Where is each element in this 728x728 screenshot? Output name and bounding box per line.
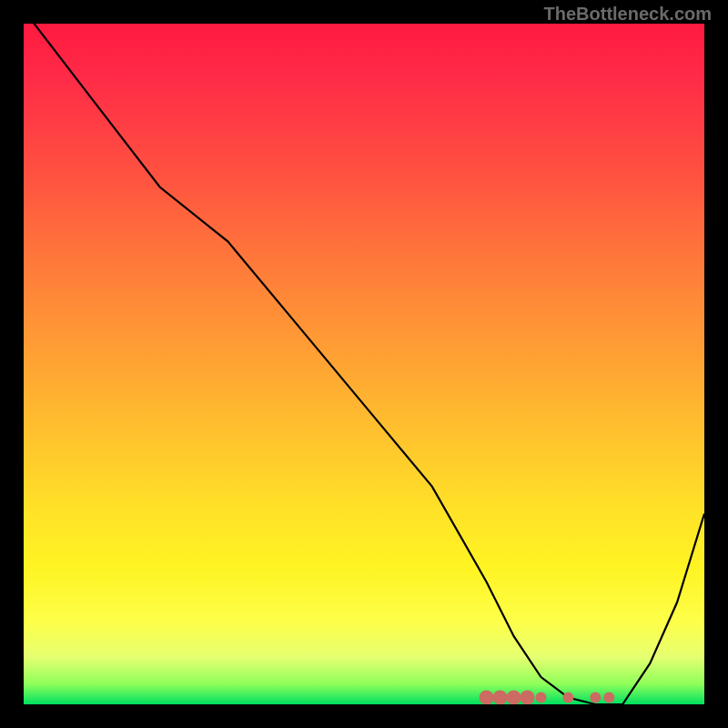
- marker-dot: [521, 691, 535, 705]
- marker-dot: [590, 693, 601, 703]
- marker-dot: [493, 691, 508, 705]
- chart-svg: [24, 24, 704, 704]
- highlight-markers: [480, 691, 615, 705]
- bottleneck-curve: [24, 24, 704, 704]
- marker-dot: [562, 693, 573, 703]
- marker-dot: [603, 693, 614, 703]
- marker-dot: [536, 693, 547, 703]
- watermark-text: TheBottleneck.com: [544, 4, 712, 25]
- plot-area: [24, 24, 704, 704]
- marker-dot: [507, 691, 521, 705]
- marker-dot: [480, 691, 494, 705]
